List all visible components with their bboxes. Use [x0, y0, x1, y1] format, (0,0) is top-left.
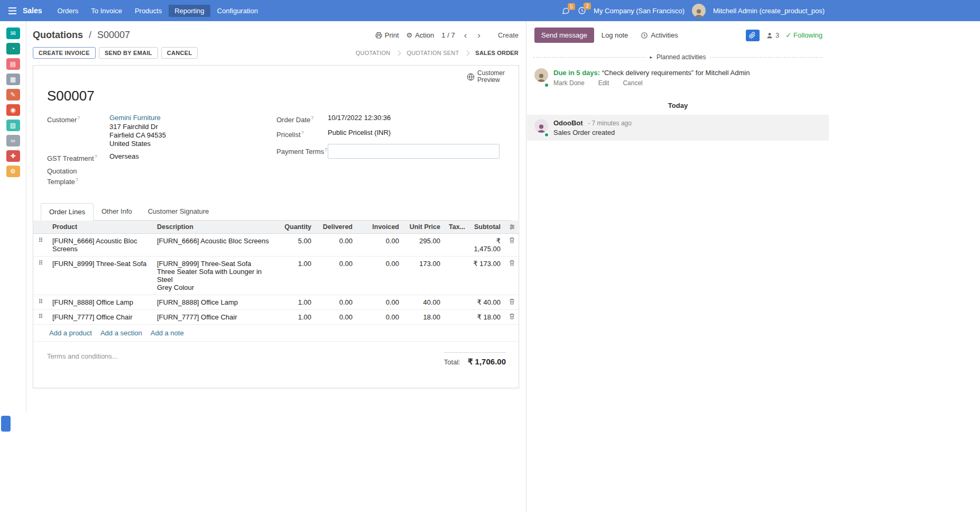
col-delivered: Delivered	[316, 221, 357, 234]
accounting-icon[interactable]: ▦	[6, 74, 20, 85]
quantity-cell[interactable]: 1.00	[280, 309, 316, 324]
invoiced-cell[interactable]: 0.00	[357, 233, 403, 256]
delivered-cell[interactable]: 0.00	[316, 233, 357, 256]
drag-handle-icon[interactable]: ⠿	[33, 309, 48, 324]
edit-activity-link[interactable]: Edit	[598, 79, 609, 87]
subtotal-cell: ₹ 18.00	[464, 309, 505, 324]
tab-customer-signature[interactable]: Customer Signature	[140, 203, 217, 221]
menu-products[interactable]: Products	[129, 5, 168, 17]
description-cell[interactable]: [FURN_6666] Acoustic Bloc Screens	[153, 233, 280, 256]
send-message-button[interactable]: Send message	[534, 28, 594, 43]
status-sales-order[interactable]: SALES ORDER	[475, 50, 519, 56]
user-menu[interactable]: Mitchell Admin (create_product_pos)	[713, 7, 825, 15]
attachments-button[interactable]	[746, 30, 760, 41]
taxes-cell[interactable]	[445, 256, 464, 295]
product-cell[interactable]: [FURN_8999] Three-Seat Sofa	[48, 256, 153, 295]
unit-price-cell[interactable]: 18.00	[403, 309, 445, 324]
company-switcher[interactable]: My Company (San Francisco)	[594, 7, 685, 15]
customer-preview-link[interactable]: Customer Preview	[467, 70, 513, 84]
add-a-product-link[interactable]: Add a product	[49, 329, 92, 337]
action-button[interactable]: ⚙ Action	[406, 31, 434, 39]
followers-button[interactable]: 3	[766, 31, 779, 39]
delete-line-button[interactable]	[505, 309, 520, 324]
delete-line-button[interactable]	[505, 233, 520, 256]
quantity-cell[interactable]: 5.00	[280, 233, 316, 256]
create-invoice-button[interactable]: CREATE INVOICE	[33, 47, 96, 59]
unit-price-cell[interactable]: 40.00	[403, 295, 445, 309]
trash-icon	[509, 260, 515, 266]
status-quotation-sent[interactable]: QUOTATION SENT	[406, 50, 459, 56]
website-icon[interactable]: ◉	[6, 104, 20, 116]
dashboards-icon[interactable]: ◔	[6, 43, 20, 54]
quantity-cell[interactable]: 1.00	[280, 256, 316, 295]
notes-icon[interactable]: ✎	[6, 89, 20, 100]
status-quotation[interactable]: QUOTATION	[356, 50, 391, 56]
taxes-cell[interactable]	[445, 295, 464, 309]
col-description: Description	[153, 221, 280, 234]
invoiced-cell[interactable]: 0.00	[357, 309, 403, 324]
description-cell[interactable]: [FURN_8888] Office Lamp	[153, 295, 280, 309]
unit-price-cell[interactable]: 295.00	[403, 233, 445, 256]
payment-terms-input[interactable]	[328, 144, 500, 159]
pricelist-value[interactable]: Public Pricelist (INR)	[328, 129, 391, 139]
user-avatar[interactable]	[692, 4, 706, 17]
cancel-activity-link[interactable]: Cancel	[623, 79, 642, 87]
pager-previous-button[interactable]: ‹	[463, 31, 469, 40]
tab-other-info[interactable]: Other Info	[94, 203, 140, 221]
terms-placeholder[interactable]: Terms and conditions...	[47, 352, 118, 360]
tab-order-lines[interactable]: Order Lines	[41, 203, 94, 221]
add-a-section-link[interactable]: Add a section	[100, 329, 142, 337]
create-button[interactable]: Create	[498, 31, 519, 39]
link-icon[interactable]: ∞	[6, 135, 20, 147]
activities-button[interactable]: Activities	[635, 28, 683, 42]
cancel-button[interactable]: CANCEL	[161, 47, 198, 59]
delete-line-button[interactable]	[505, 256, 520, 295]
print-button[interactable]: Print	[375, 31, 399, 39]
breadcrumb-quotations[interactable]: Quotations	[33, 30, 83, 40]
delivered-cell[interactable]: 0.00	[316, 256, 357, 295]
unit-price-cell[interactable]: 173.00	[403, 256, 445, 295]
apps-menu-icon[interactable]	[5, 7, 20, 14]
inventory-icon[interactable]: ▧	[6, 120, 20, 131]
pricelist-field: Pricelist? Public Pricelist (INR)	[276, 129, 506, 139]
delete-line-button[interactable]	[505, 295, 520, 309]
menu-configuration[interactable]: Configuration	[211, 5, 264, 17]
taxes-cell[interactable]	[445, 309, 464, 324]
pager-next-button[interactable]: ›	[476, 31, 482, 40]
mark-done-link[interactable]: Mark Done	[553, 79, 585, 87]
taxes-cell[interactable]	[445, 233, 464, 256]
tools-icon[interactable]: ✚	[6, 150, 20, 162]
settings-icon[interactable]: ⚙	[6, 166, 20, 177]
product-cell[interactable]: [FURN_7777] Office Chair	[48, 309, 153, 324]
delivered-cell[interactable]: 0.00	[316, 309, 357, 324]
order-date-value[interactable]: 10/17/2022 12:30:36	[328, 114, 391, 124]
app-name[interactable]: Sales	[23, 6, 42, 15]
quantity-cell[interactable]: 1.00	[280, 295, 316, 309]
pager-count[interactable]: 1 / 7	[441, 31, 455, 39]
menu-orders[interactable]: Orders	[52, 5, 85, 17]
invoiced-cell[interactable]: 0.00	[357, 256, 403, 295]
menu-reporting[interactable]: Reporting	[169, 5, 210, 17]
optional-columns-icon[interactable]	[509, 224, 515, 230]
product-cell[interactable]: [FURN_8888] Office Lamp	[48, 295, 153, 309]
activities-clock-icon[interactable]: 3	[578, 6, 586, 15]
drag-handle-icon[interactable]: ⠿	[33, 233, 48, 256]
send-by-email-button[interactable]: SEND BY EMAIL	[99, 47, 158, 59]
messages-icon[interactable]: 5	[561, 7, 570, 15]
following-button[interactable]: ✓ Following	[785, 31, 822, 39]
customer-link[interactable]: Gemini Furniture	[109, 114, 161, 122]
add-a-note-link[interactable]: Add a note	[151, 329, 184, 337]
gst-treatment-value[interactable]: Overseas	[109, 152, 139, 163]
log-note-button[interactable]: Log note	[596, 28, 634, 42]
drag-handle-icon[interactable]: ⠿	[33, 295, 48, 309]
sidebar-bottom-tab[interactable]	[1, 416, 11, 432]
description-cell[interactable]: [FURN_8999] Three-Seat Sofa Three Seater…	[153, 256, 280, 295]
delivered-cell[interactable]: 0.00	[316, 295, 357, 309]
drag-handle-icon[interactable]: ⠿	[33, 256, 48, 295]
invoiced-cell[interactable]: 0.00	[357, 295, 403, 309]
menu-to-invoice[interactable]: To Invoice	[85, 5, 128, 17]
point-of-sale-icon[interactable]: ▤	[6, 58, 20, 70]
discuss-icon[interactable]: ✉	[6, 28, 20, 39]
product-cell[interactable]: [FURN_6666] Acoustic Bloc Screens	[48, 233, 153, 256]
description-cell[interactable]: [FURN_7777] Office Chair	[153, 309, 280, 324]
